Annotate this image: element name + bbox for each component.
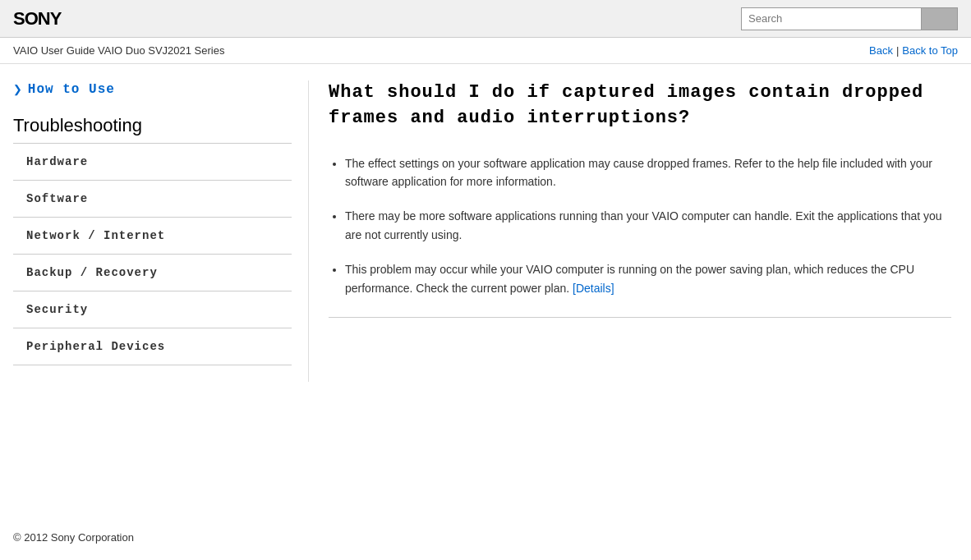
- list-item: There may be more software applications …: [345, 207, 951, 244]
- breadcrumb-title: VAIO User Guide VAIO Duo SVJ2021 Series: [13, 44, 224, 57]
- content-wrapper: ❯ How to Use Troubleshooting Hardware So…: [0, 64, 971, 515]
- content-divider: [329, 317, 951, 318]
- sidebar: ❯ How to Use Troubleshooting Hardware So…: [0, 80, 308, 382]
- search-area: [741, 7, 958, 30]
- sidebar-item-hardware[interactable]: Hardware: [13, 144, 292, 181]
- how-to-use-heading: ❯ How to Use: [13, 80, 292, 99]
- nav-links: Back | Back to Top: [869, 44, 958, 57]
- main-layout: ❯ How to Use Troubleshooting Hardware So…: [0, 64, 971, 382]
- sidebar-item-network-internet[interactable]: Network / Internet: [13, 218, 292, 255]
- content-area: What should I do if captured images cont…: [308, 80, 971, 382]
- header: SONY: [0, 0, 971, 38]
- content-body: The effect settings on your software app…: [329, 154, 951, 297]
- list-item: The effect settings on your software app…: [345, 154, 951, 191]
- sidebar-item-peripheral-devices[interactable]: Peripheral Devices: [13, 328, 292, 365]
- details-link[interactable]: [Details]: [573, 282, 614, 295]
- breadcrumb-bar: VAIO User Guide VAIO Duo SVJ2021 Series …: [0, 38, 971, 64]
- sony-logo: SONY: [13, 8, 61, 30]
- sidebar-item-security[interactable]: Security: [13, 291, 292, 328]
- nav-separator: |: [896, 44, 899, 57]
- bullet-text-2: There may be more software applications …: [345, 209, 942, 241]
- list-item: This problem may occur while your VAIO c…: [345, 260, 951, 297]
- sidebar-item-backup-recovery[interactable]: Backup / Recovery: [13, 255, 292, 291]
- how-to-use-label: How to Use: [28, 82, 115, 97]
- bullet-text-1: The effect settings on your software app…: [345, 157, 932, 188]
- troubleshooting-heading: Troubleshooting: [13, 115, 292, 136]
- back-to-top-link[interactable]: Back to Top: [902, 44, 958, 57]
- bullet-list: The effect settings on your software app…: [329, 154, 951, 297]
- content-title: What should I do if captured images cont…: [329, 80, 951, 131]
- arrow-icon: ❯: [13, 80, 23, 99]
- page-wrapper: SONY VAIO User Guide VAIO Duo SVJ2021 Se…: [0, 0, 971, 560]
- footer: © 2012 Sony Corporation: [0, 515, 971, 560]
- copyright-text: © 2012 Sony Corporation: [13, 531, 134, 544]
- search-button[interactable]: [922, 7, 958, 30]
- search-input[interactable]: [741, 7, 922, 30]
- sidebar-item-software[interactable]: Software: [13, 181, 292, 218]
- back-link[interactable]: Back: [869, 44, 893, 57]
- bullet-text-3: This problem may occur while your VAIO c…: [345, 263, 914, 294]
